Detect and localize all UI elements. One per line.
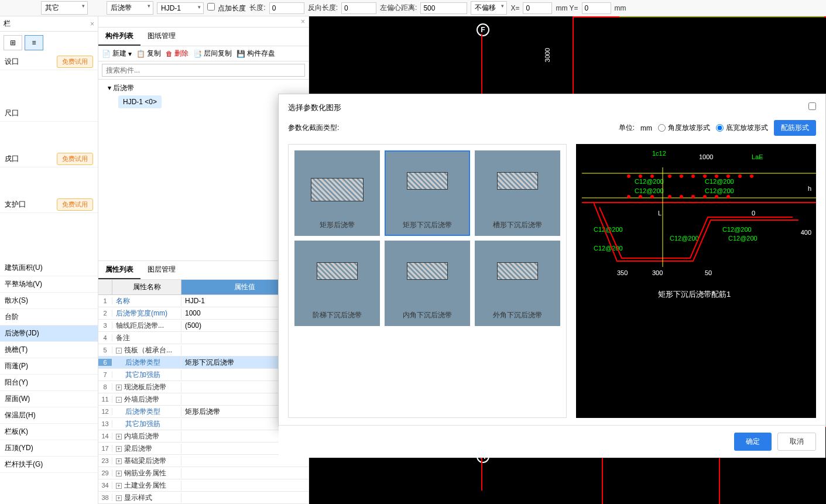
close-icon[interactable]: × — [90, 20, 94, 28]
prop-header-name: 属性名称 — [112, 280, 181, 294]
svg-point-9 — [691, 174, 695, 178]
nav-item-10[interactable]: 栏板(K) — [0, 424, 98, 440]
nav-item-0[interactable]: 建筑面积(U) — [0, 260, 98, 276]
prop-row-6[interactable]: 6后浇带类型矩形下沉后浇带⋯ — [98, 356, 309, 369]
component-tree: ▾ 后浇带 HJD-1 <0> — [98, 80, 309, 112]
svg-point-14 — [750, 174, 753, 178]
modal-subtitle: 参数化截面类型: — [288, 123, 339, 133]
tree-parent[interactable]: ▾ 后浇带 — [102, 83, 305, 93]
shape-groove-sink[interactable]: 槽形下沉后浇带 — [475, 150, 560, 236]
nav-item-12[interactable]: 栏杆扶手(G) — [0, 457, 98, 473]
svg-point-11 — [715, 174, 718, 178]
left-item-1[interactable]: 尺囗 — [0, 105, 98, 122]
tab-property-list[interactable]: 属性列表 — [98, 261, 140, 279]
nav-item-3[interactable]: 台阶 — [0, 309, 98, 325]
dropdown-component[interactable]: HJD-1 — [157, 2, 204, 14]
left-item-2[interactable]: 戌囗 免费试用 — [0, 151, 98, 167]
middle-panel: × 构件列表 图纸管理 📄新建▾ 📋复制 🗑删除 📑层间复制 💾构件存盘 ▾ 后… — [98, 16, 309, 504]
svg-point-23 — [726, 195, 730, 198]
svg-point-13 — [738, 174, 742, 178]
prop-row-23[interactable]: 23+基础梁后浇带 — [98, 455, 309, 467]
svg-point-7 — [668, 174, 671, 178]
prop-row-1[interactable]: 1名称HJD-1 — [98, 295, 309, 307]
point-length-check[interactable]: 点加长度 — [207, 3, 246, 13]
top-toolbar: 其它 后浇带 HJD-1 点加长度 长度: 反向长度: 左偏心距离: 不偏移 X… — [0, 0, 826, 16]
shape-rect[interactable]: 矩形后浇带 — [294, 150, 380, 236]
search-input[interactable] — [102, 64, 305, 77]
left-offset-label: 左偏心距离: — [380, 3, 417, 13]
radio-angle[interactable]: 角度放坡形式 — [658, 123, 710, 133]
param-shape-modal: 选择参数化图形 参数化截面类型: 单位: mm 角度放坡形式 底宽放坡形式 配筋… — [278, 94, 826, 427]
svg-point-4 — [627, 174, 630, 178]
shape-step-sink[interactable]: 阶梯下沉后浇带 — [294, 241, 380, 326]
prop-row-5[interactable]: 5-筏板（桩承台... — [98, 344, 309, 356]
dropdown-category1[interactable]: 其它 — [41, 1, 88, 15]
prop-row-8[interactable]: 8+现浇板后浇带 — [98, 381, 309, 393]
left-offset-input[interactable] — [420, 2, 467, 14]
x-input[interactable] — [523, 2, 552, 14]
prop-row-34[interactable]: 34+土建业务属性 — [98, 479, 309, 492]
tab-component-list[interactable]: 构件列表 — [98, 28, 140, 46]
prop-row-4[interactable]: 4备注 — [98, 332, 309, 344]
shape-grid: 矩形后浇带 矩形下沉后浇带 槽形下沉后浇带 阶梯下沉后浇带 — [288, 144, 567, 418]
tree-child-hjd1[interactable]: HJD-1 <0> — [118, 95, 162, 108]
prop-row-12[interactable]: 12后浇带类型矩形后浇带 — [98, 406, 309, 418]
left-item-3[interactable]: 支护囗 免费试用 — [0, 197, 98, 213]
prop-row-38[interactable]: 38+显示样式 — [98, 492, 309, 504]
length-label: 长度: — [249, 3, 265, 13]
nav-item-7[interactable]: 阳台(Y) — [0, 375, 98, 391]
prop-row-14[interactable]: 14+内墙后浇带 — [98, 430, 309, 443]
svg-point-12 — [726, 174, 730, 178]
unit-label: 单位: — [619, 123, 635, 133]
view-btn-1[interactable]: ⊞ — [4, 35, 22, 50]
nav-item-9[interactable]: 保温层(H) — [0, 407, 98, 424]
shape-rect-sink[interactable]: 矩形下沉后浇带 — [385, 150, 470, 236]
grid-mark-f: F — [477, 23, 489, 36]
nav-item-11[interactable]: 压顶(YD) — [0, 440, 98, 457]
prop-row-17[interactable]: 17+梁后浇带 — [98, 443, 309, 455]
cancel-button[interactable]: 取消 — [777, 433, 816, 451]
tab-drawing-mgmt[interactable]: 图纸管理 — [140, 28, 183, 46]
dropdown-category2[interactable]: 后浇带 — [107, 1, 153, 15]
tab-layer-mgmt[interactable]: 图层管理 — [140, 261, 183, 279]
new-button[interactable]: 📄新建▾ — [102, 49, 132, 59]
copy-button[interactable]: 📋复制 — [136, 49, 161, 59]
left-tab[interactable]: 栏 — [4, 19, 11, 29]
prop-row-29[interactable]: 29+钢筋业务属性 — [98, 467, 309, 479]
length-input[interactable] — [269, 2, 304, 14]
nav-item-8[interactable]: 屋面(W) — [0, 391, 98, 407]
view-btn-2[interactable]: ≡ — [25, 35, 43, 50]
svg-point-5 — [639, 174, 642, 178]
unit-value: mm — [640, 124, 652, 132]
dim-3000: 3000 — [544, 48, 551, 62]
prop-row-13[interactable]: 13其它加强筋 — [98, 418, 309, 430]
shape-outer-sink[interactable]: 外角下沉后浇带 — [475, 241, 560, 326]
diagram-svg — [576, 144, 816, 418]
nav-item-2[interactable]: 散水(S) — [0, 293, 98, 309]
prop-row-3[interactable]: 3轴线距后浇带...(500) — [98, 320, 309, 332]
nav-item-4[interactable]: 后浇带(JD) — [0, 325, 98, 342]
try-free-btn[interactable]: 免费试用 — [57, 56, 93, 68]
reverse-length-input[interactable] — [341, 2, 376, 14]
nav-item-5[interactable]: 挑檐(T) — [0, 342, 98, 358]
config-rebar-button[interactable]: 配筋形式 — [774, 120, 816, 136]
prop-row-2[interactable]: 2后浇带宽度(mm)1000 — [98, 307, 309, 320]
left-item-0[interactable]: 设囗 免费试用 — [0, 54, 98, 70]
dropdown-offset[interactable]: 不偏移 — [471, 1, 507, 15]
ok-button[interactable]: 确定 — [734, 433, 772, 451]
prop-row-11[interactable]: 11-外墙后浇带 — [98, 393, 309, 406]
radio-width[interactable]: 底宽放坡形式 — [716, 123, 768, 133]
try-free-btn-3[interactable]: 免费试用 — [57, 198, 93, 211]
modal-checkbox[interactable] — [808, 102, 816, 110]
y-input[interactable] — [582, 2, 611, 14]
floor-copy-button[interactable]: 📑层间复制 — [193, 49, 232, 59]
try-free-btn-2[interactable]: 免费试用 — [57, 153, 93, 165]
component-save-button[interactable]: 💾构件存盘 — [237, 49, 275, 59]
prop-row-7[interactable]: 7其它加强筋 — [98, 369, 309, 381]
delete-button[interactable]: 🗑删除 — [166, 49, 188, 59]
close-icon[interactable]: × — [301, 18, 305, 26]
shape-inner-sink[interactable]: 内角下沉后浇带 — [385, 241, 470, 326]
nav-item-1[interactable]: 平整场地(V) — [0, 276, 98, 293]
svg-point-20 — [691, 195, 695, 198]
nav-item-6[interactable]: 雨蓬(P) — [0, 358, 98, 375]
